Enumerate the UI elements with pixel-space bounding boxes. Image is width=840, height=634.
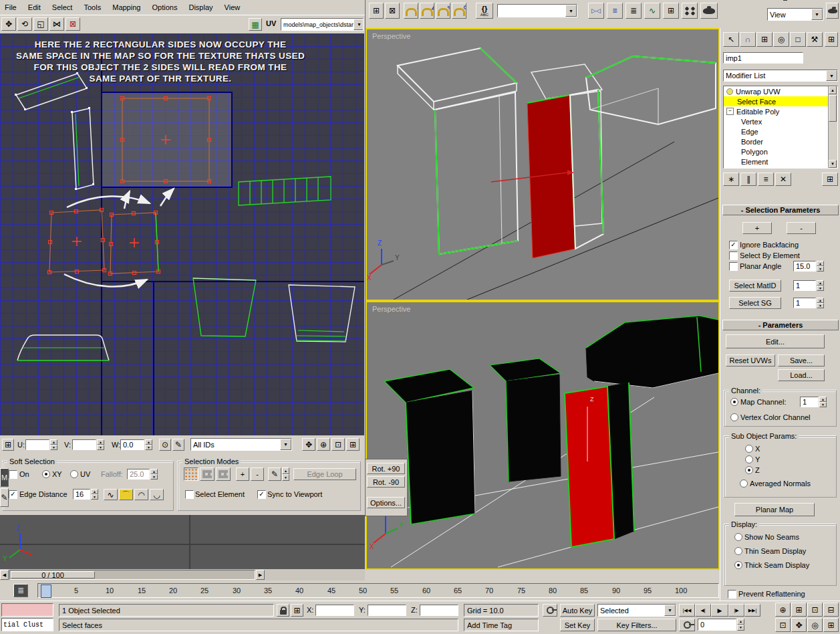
stack-item-select-face[interactable]: Select Face (724, 96, 837, 106)
open-mini-curve-editor-icon[interactable]: ≣ (13, 584, 28, 597)
make-unique-icon[interactable]: ≡ (758, 173, 774, 186)
zoom-extents-all-icon[interactable]: ⊟ (823, 603, 839, 617)
z-coord-field[interactable] (420, 605, 458, 616)
viewport-perspective-top[interactable]: Perspective (367, 29, 718, 300)
select-sg-button[interactable]: Select SG (729, 297, 781, 309)
frame-marker[interactable] (41, 585, 51, 598)
background-viewport-strip[interactable]: Z Y (0, 515, 365, 569)
load-uvws-button[interactable]: Load... (778, 369, 825, 381)
x-axis-radio[interactable] (745, 445, 753, 453)
spinner-snap-icon[interactable]: ⟳ (452, 3, 466, 19)
edge-distance-spinner[interactable] (91, 489, 98, 500)
chevron-down-icon[interactable]: ▼ (354, 19, 364, 30)
x-coord-field[interactable] (315, 605, 354, 616)
macro-recorder-field[interactable] (1, 603, 53, 617)
select-matid-button[interactable]: Select MatID (729, 280, 781, 292)
menu-edit[interactable]: Edit (23, 2, 45, 13)
freeform-tool-icon[interactable]: ⋈ (49, 17, 64, 31)
planar-angle-field[interactable]: 15.0 (793, 261, 816, 272)
u-spinner[interactable] (50, 439, 57, 450)
stack-item-edge[interactable]: Edge (724, 126, 837, 136)
zoom-extents-icon[interactable]: ⊡ (807, 603, 823, 617)
lock-selection-icon[interactable]: ⊙ (159, 439, 171, 451)
pan-icon[interactable]: ✥ (791, 618, 807, 632)
vertex-mode-icon[interactable] (184, 467, 198, 481)
falloff-curve-slow-icon[interactable]: ◠ (134, 489, 148, 500)
planar-angle-checkbox[interactable] (729, 262, 738, 271)
listener-field[interactable]: tial Clust (1, 618, 53, 631)
chevron-down-icon[interactable]: ▼ (280, 439, 291, 450)
selection-lock-icon[interactable] (277, 604, 289, 617)
uv-canvas[interactable]: HERE THE 2 RECTANGULAR SIDES NOW OCCUPY … (0, 33, 364, 435)
zoom-region-icon[interactable]: ⊡ (775, 618, 791, 632)
matid-spinner[interactable] (817, 280, 824, 291)
tab-create[interactable]: ↖ (723, 32, 739, 47)
rotate-minus-90-button[interactable]: Rot. -90 (367, 476, 405, 488)
pencil-mini-icon[interactable]: ✎ (0, 488, 9, 507)
time-slider-right-arrow[interactable]: ▶ (256, 570, 265, 580)
edit-uvws-button[interactable]: Edit... (726, 334, 825, 348)
v-spinner[interactable] (97, 439, 104, 450)
modifier-list-dropdown[interactable]: Modifier List ▼ (723, 70, 838, 82)
chevron-down-icon[interactable]: ▼ (826, 70, 837, 81)
stack-item-border[interactable]: Border (724, 136, 837, 146)
selection-set-dropdown[interactable]: Selected ▼ (597, 604, 676, 617)
map-channel-spinner[interactable] (819, 397, 827, 407)
menu-tools[interactable]: Tools (79, 2, 106, 13)
reset-uvws-button[interactable]: Reset UVWs (726, 354, 775, 366)
texture-path-dropdown[interactable]: models\map_objects\dstar ▼ (281, 18, 364, 31)
move-tool-icon[interactable]: ✥ (1, 17, 16, 31)
uv-radio[interactable] (70, 470, 78, 478)
angle-snap-icon[interactable]: ∠ (420, 3, 434, 19)
configure-modifier-sets-icon[interactable]: ⊞ (822, 173, 838, 186)
planar-map-button[interactable]: Planar Map (734, 503, 815, 516)
uv-selected-quad-left[interactable] (48, 209, 106, 274)
stack-item-editable-poly[interactable]: − Editable Poly (724, 106, 837, 116)
absolute-offset-toggle-icon[interactable]: ⊞ (2, 439, 14, 451)
tab-motion[interactable]: ◎ (773, 32, 789, 47)
tab-utilities[interactable]: ⚒ (807, 32, 823, 47)
shrink-uv-selection-button[interactable]: - (787, 222, 816, 234)
arc-rotate-icon[interactable]: ◎ (807, 618, 823, 632)
vertex-color-channel-radio[interactable] (730, 413, 738, 421)
uv-cluster-strip[interactable] (71, 107, 94, 190)
grow-selection-button[interactable]: + (236, 467, 249, 481)
play-animation-icon[interactable]: ▶ (711, 604, 728, 617)
view-dropdown[interactable]: View ▼ (767, 8, 823, 21)
menu-display[interactable]: Display (184, 2, 217, 13)
key-mode-toggle-icon[interactable] (679, 619, 695, 631)
tab-display[interactable]: □ (790, 32, 806, 47)
named-selection-dropdown[interactable]: ▼ (497, 4, 577, 17)
map-channel-radio[interactable] (730, 398, 738, 406)
percent-snap-icon[interactable]: % (436, 3, 450, 19)
remove-modifier-icon[interactable]: ✕ (775, 173, 791, 186)
w-spinner[interactable] (145, 439, 152, 450)
current-frame-field[interactable]: 0 (698, 619, 736, 631)
paint-select-icon[interactable]: ✎ (268, 467, 281, 481)
falloff-curve-smooth-icon[interactable]: ∿ (104, 489, 118, 500)
w-field[interactable]: 0.0 (120, 439, 144, 450)
scroll-up-icon[interactable]: ▲ (829, 86, 837, 94)
zoom-extents-icon[interactable]: ⊞ (346, 438, 360, 451)
rotate-plus-90-button[interactable]: Rot. +90 (367, 463, 405, 474)
rollout-parameters[interactable]: Parameters (722, 320, 839, 330)
select-region-icon[interactable]: ⊞ (369, 3, 384, 19)
edge-loop-button[interactable]: Edge Loop (293, 468, 356, 480)
stack-item-unwrap-uvw[interactable]: Unwrap UVW (724, 86, 837, 96)
paint-size-spinner[interactable] (282, 467, 289, 481)
map-channel-field[interactable]: 1 (800, 397, 819, 407)
render-setup-icon[interactable] (700, 3, 718, 19)
stack-item-vertex[interactable]: Vertex (724, 116, 837, 126)
stack-item-polygon[interactable]: Polygon (724, 146, 837, 156)
time-slider-track[interactable]: 0 / 100 (9, 570, 255, 580)
y-axis-radio[interactable] (745, 455, 753, 463)
chevron-down-icon[interactable]: ▼ (811, 9, 823, 20)
set-key-mode-icon[interactable] (543, 604, 557, 617)
options-button[interactable]: Options... (367, 497, 405, 508)
material-id-filter-dropdown[interactable]: All IDs ▼ (190, 438, 292, 451)
scale-tool-icon[interactable]: ◱ (33, 17, 48, 31)
shrink-selection-button[interactable]: - (251, 467, 264, 481)
align-icon[interactable]: ≡ (607, 3, 623, 19)
modifier-enabled-bulb-icon[interactable] (726, 88, 733, 95)
curve-editor-icon[interactable]: ∿ (644, 3, 660, 19)
